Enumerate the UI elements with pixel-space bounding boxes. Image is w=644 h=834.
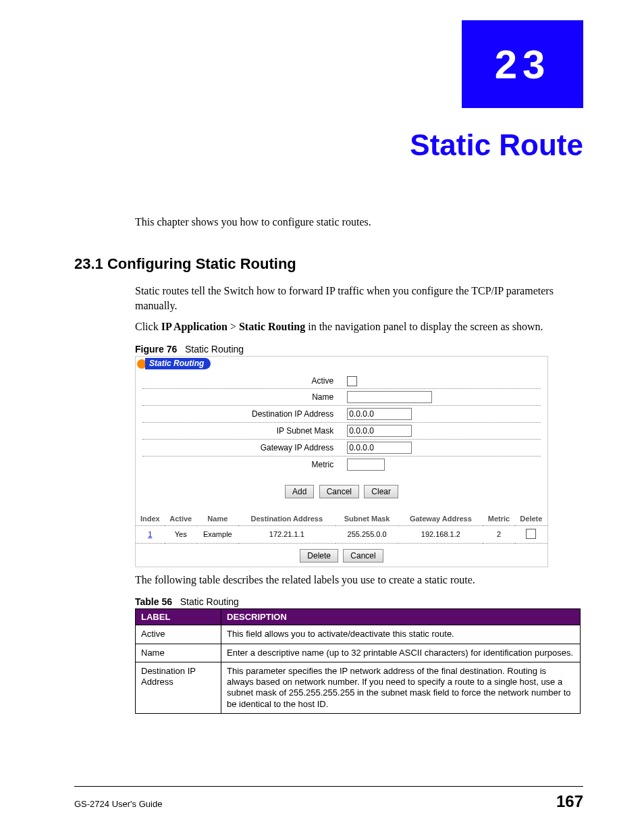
lbl-metric: Metric bbox=[142, 460, 347, 469]
figure-caption-label: Figure 76 bbox=[135, 344, 177, 355]
chapter-number-box: 23 bbox=[462, 20, 583, 108]
lbl-gw: Gateway IP Address bbox=[142, 443, 347, 452]
desc-label: Active bbox=[136, 625, 221, 644]
section-p1: Static routes tell the Switch how to for… bbox=[135, 284, 583, 313]
routes-list-table: Index Active Name Destination Address Su… bbox=[136, 512, 547, 544]
delete-button[interactable]: Delete bbox=[300, 549, 338, 563]
cancel-button[interactable]: Cancel bbox=[319, 485, 359, 498]
table-caption: Table 56 Static Routing bbox=[135, 596, 583, 607]
section-p2: Click IP Application > Static Routing in… bbox=[135, 319, 583, 334]
th-delete: Delete bbox=[515, 512, 547, 526]
desc-th-label: LABEL bbox=[136, 609, 221, 625]
table-row: 1 Yes Example 172.21.1.1 255.255.0.0 192… bbox=[136, 525, 547, 543]
panel-title: Static Routing bbox=[145, 358, 211, 369]
p2-pre: Click bbox=[135, 321, 161, 332]
p2-b2: Static Routing bbox=[239, 321, 305, 332]
table-row: Name Enter a descriptive name (up to 32 … bbox=[136, 644, 581, 662]
row-metric: 2 bbox=[483, 525, 514, 543]
desc-th-desc: DESCRIPTION bbox=[221, 609, 581, 625]
row-name: Example bbox=[197, 525, 238, 543]
cancel2-button[interactable]: Cancel bbox=[343, 549, 383, 563]
table-caption-label: Table 56 bbox=[135, 596, 172, 607]
row-mask: 255.255.0.0 bbox=[336, 525, 399, 543]
lbl-active: Active bbox=[142, 376, 347, 386]
metric-input[interactable] bbox=[347, 459, 385, 471]
row-index-link[interactable]: 1 bbox=[148, 530, 152, 538]
description-table: LABEL DESCRIPTION Active This field allo… bbox=[135, 608, 581, 714]
chapter-intro: This chapter shows you how to configure … bbox=[135, 216, 583, 228]
gateway-ip-input[interactable] bbox=[347, 442, 412, 454]
figure-caption-text: Static Routing bbox=[185, 344, 244, 355]
row-gw: 192.168.1.2 bbox=[398, 525, 483, 543]
add-button[interactable]: Add bbox=[285, 485, 314, 498]
clear-button[interactable]: Clear bbox=[364, 485, 398, 498]
after-figure-text: The following table describes the relate… bbox=[135, 573, 583, 588]
th-index: Index bbox=[136, 512, 165, 526]
dest-ip-input[interactable] bbox=[347, 408, 412, 420]
chapter-title: Static Route bbox=[410, 128, 583, 162]
desc-label: Destination IP Address bbox=[136, 662, 221, 713]
desc-label: Name bbox=[136, 644, 221, 662]
lbl-dest: Destination IP Address bbox=[142, 409, 347, 419]
name-input[interactable] bbox=[347, 391, 432, 403]
table-row: Destination IP Address This parameter sp… bbox=[136, 662, 581, 713]
p2-b1: IP Application bbox=[161, 321, 227, 332]
figure-static-routing: Static Routing Active Name Destination I… bbox=[135, 356, 548, 567]
lbl-mask: IP Subnet Mask bbox=[142, 426, 347, 436]
active-checkbox[interactable] bbox=[347, 376, 357, 386]
footer-doc-title: GS-2724 User's Guide bbox=[74, 799, 162, 809]
section-heading: 23.1 Configuring Static Routing bbox=[74, 255, 583, 273]
row-active: Yes bbox=[165, 525, 197, 543]
th-dest: Destination Address bbox=[238, 512, 336, 526]
desc-text: This parameter specifies the IP network … bbox=[221, 662, 581, 713]
p2-post: in the navigation panel to display the s… bbox=[305, 321, 543, 332]
th-gw: Gateway Address bbox=[398, 512, 483, 526]
row-delete-checkbox[interactable] bbox=[526, 529, 536, 539]
footer-page-number: 167 bbox=[556, 792, 583, 811]
table-row: Active This field allows you to activate… bbox=[136, 625, 581, 644]
desc-text: Enter a descriptive name (up to 32 print… bbox=[221, 644, 581, 662]
row-dest: 172.21.1.1 bbox=[238, 525, 336, 543]
lbl-name: Name bbox=[142, 392, 347, 402]
th-mask: Subnet Mask bbox=[336, 512, 399, 526]
figure-caption: Figure 76 Static Routing bbox=[135, 344, 583, 355]
th-name: Name bbox=[197, 512, 238, 526]
th-metric: Metric bbox=[483, 512, 514, 526]
desc-text: This field allows you to activate/deacti… bbox=[221, 625, 581, 644]
table-caption-text: Static Routing bbox=[180, 596, 239, 607]
th-active: Active bbox=[165, 512, 197, 526]
footer-rule bbox=[74, 786, 583, 787]
subnet-mask-input[interactable] bbox=[347, 425, 412, 437]
p2-mid: > bbox=[227, 321, 239, 332]
